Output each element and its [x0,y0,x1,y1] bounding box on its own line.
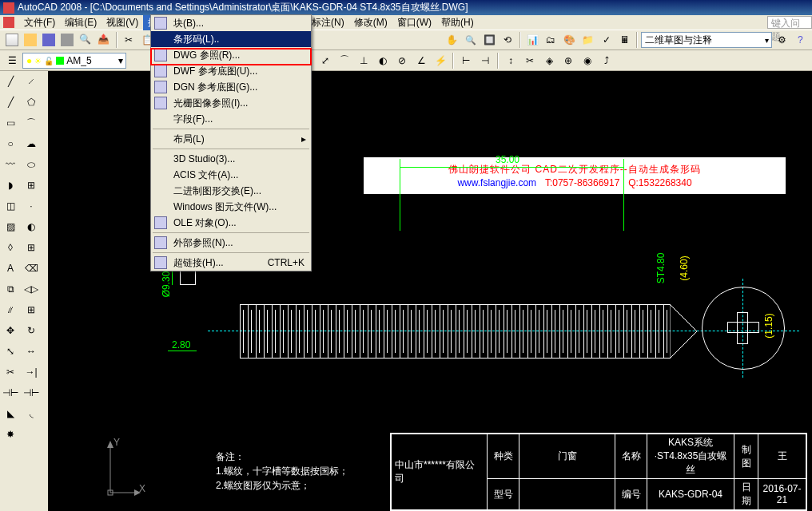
menu-item[interactable]: 布局(L)▸ [151,131,311,147]
dim-cont-button[interactable]: ⊣ [476,52,494,69]
extend-tool[interactable]: →| [21,362,42,382]
line-tool[interactable]: ╱ [0,71,21,92]
hatch-tool[interactable]: ▨ [0,216,21,237]
move-tool[interactable]: ✥ [0,320,21,341]
offset-tool[interactable]: ⫽ [0,299,21,320]
chamfer-tool[interactable]: ◣ [0,403,21,424]
publish-button[interactable]: 📤 [95,31,112,49]
dim-break-button[interactable]: ✂ [521,52,539,69]
layer-selector[interactable]: AM_5 [22,53,126,69]
menu-item[interactable]: 外部参照(N)... [151,235,311,251]
menu-item[interactable]: 3D Studio(3)... [151,151,311,167]
inspect-button[interactable]: ◉ [579,52,596,69]
menu-dimension[interactable]: 标注(N) [307,15,349,30]
menu-item[interactable]: DWF 参考底图(U)... [151,63,311,79]
explode-tool[interactable]: ✸ [0,424,21,445]
save-button[interactable] [40,31,57,49]
jog-button[interactable]: ⤴ [598,52,615,69]
zoom-win-button[interactable]: 🔲 [481,31,498,49]
ssm-button[interactable]: 📁 [579,31,596,49]
mirror-tool[interactable]: ◁▷ [21,279,42,299]
menu-item[interactable]: 光栅图像参照(I)... [151,95,311,111]
menu-edit[interactable]: 编辑(E) [60,15,102,30]
arc-tool[interactable]: ⌒ [21,113,42,133]
tolerance-button[interactable]: ◈ [540,52,558,69]
menu-item-label: OLE 对象(O)... [173,216,237,230]
new-button[interactable] [3,31,20,49]
menu-item[interactable]: OLE 对象(O)... [151,215,311,231]
markup-button[interactable]: ✓ [598,31,615,49]
tb-type-value: 门窗 [519,434,615,479]
menu-item[interactable]: DWG 参照(R)... [151,47,311,63]
menu-item[interactable]: 二进制图形交换(E)... [151,183,311,199]
open-button[interactable] [22,31,38,49]
menu-view[interactable]: 视图(V) [102,15,143,30]
ellipse-tool[interactable]: ⬭ [21,154,42,175]
screw-body [240,304,671,358]
lock-icon [44,55,54,66]
svg-marker-0 [670,304,697,358]
menu-item[interactable]: Windows 图元文件(W)... [151,199,311,215]
props-button[interactable]: 📊 [524,31,541,49]
copy-tool[interactable]: ⧉ [0,279,21,299]
rotate-tool[interactable]: ↻ [21,320,42,341]
tp-button[interactable]: 🎨 [561,31,578,49]
dim-ang-button[interactable]: ∠ [412,52,430,69]
menu-modify[interactable]: 修改(M) [349,15,392,30]
help-button[interactable]: ? [792,31,809,49]
cut-button[interactable]: ✂ [121,31,137,49]
trim-tool[interactable]: ✂ [0,362,21,382]
fillet-tool[interactable]: ◟ [21,403,42,424]
pline-tool[interactable]: ⟋ [21,71,42,92]
help-search[interactable]: 键入问题 [767,16,812,29]
ws-settings-button[interactable]: ⚙ [774,31,790,49]
menu-window[interactable]: 窗口(W) [392,15,436,30]
zoom-prev-button[interactable]: ⟲ [500,31,516,49]
point-tool[interactable]: · [21,196,42,216]
circle-tool[interactable]: ○ [0,133,21,154]
menu-item[interactable]: ACIS 文件(A)... [151,167,311,183]
rect-tool[interactable]: ▭ [0,113,21,133]
revcloud-tool[interactable]: ☁ [21,133,42,154]
menu-item[interactable]: 条形码(L).. [151,31,311,47]
menu-item[interactable]: DGN 参考底图(G)... [151,79,311,95]
dim-ord-button[interactable]: ⊥ [355,52,372,69]
scale-tool[interactable]: ⤡ [0,341,21,362]
dim-quick-button[interactable]: ⚡ [432,52,449,69]
dc-button[interactable]: 🗂 [543,31,559,49]
preview-button[interactable]: 🔍 [77,31,94,49]
dim-arc-button[interactable]: ⌒ [336,52,353,69]
spline-tool[interactable]: 〰 [0,154,21,175]
dim-rad-button[interactable]: ◐ [374,52,392,69]
pan-button[interactable]: ✋ [444,31,460,49]
gradient-tool[interactable]: ◐ [21,216,42,237]
menu-item[interactable]: 字段(F)... [151,111,311,127]
break-tool[interactable]: ⊣⊢ [0,382,21,403]
calc-button[interactable]: 🖩 [616,31,633,49]
stretch-tool[interactable]: ↔ [21,341,42,362]
block-tool[interactable]: ◫ [0,196,21,216]
dim-space-button[interactable]: ↕ [502,52,519,69]
zoom-rt-button[interactable] [462,31,479,49]
print-button[interactable] [58,31,75,49]
menu-file[interactable]: 文件(F) [19,15,60,30]
table-tool[interactable]: ⊞ [21,237,42,258]
menu-item[interactable]: 块(B)... [151,15,311,31]
polygon-tool[interactable]: ⬠ [21,92,42,113]
join-tool[interactable]: ⊣⊢ [21,382,42,403]
layer-manager-button[interactable]: ☰ [3,52,21,69]
dim-dia-button[interactable]: ⊘ [393,52,411,69]
menu-item[interactable]: 超链接(H)...CTRL+K [151,255,311,271]
dim-aligned-button[interactable]: ⤢ [316,52,334,69]
array-tool[interactable]: ⊞ [21,299,42,320]
region-tool[interactable]: ◊ [0,237,21,258]
center-button[interactable]: ⊕ [559,52,577,69]
erase-tool[interactable]: ⌫ [21,258,42,279]
menu-help[interactable]: 帮助(H) [436,15,479,30]
insert-tool[interactable]: ⊞ [21,175,42,196]
mtext-tool[interactable]: A [0,258,21,279]
ellarc-tool[interactable]: ◗ [0,175,21,196]
workspace-selector[interactable]: 二维草图与注释 [641,32,771,48]
cline-tool[interactable]: ╱ [0,92,21,113]
dim-base-button[interactable]: ⊢ [457,52,475,69]
